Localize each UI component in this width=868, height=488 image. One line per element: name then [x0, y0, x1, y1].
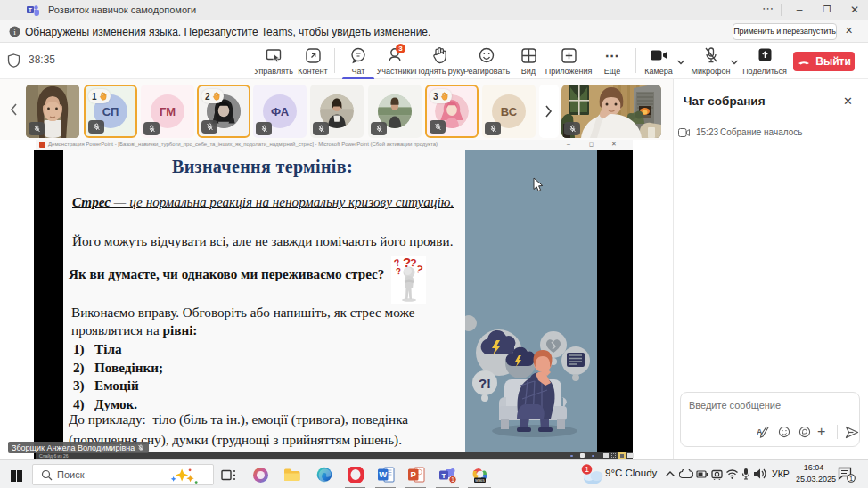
svg-text:T: T	[442, 471, 446, 479]
svg-text:1: 1	[585, 465, 589, 474]
svg-text:P: P	[410, 469, 416, 479]
svg-text:?!: ?!	[479, 376, 491, 391]
svg-text:1: 1	[451, 476, 454, 483]
svg-text:A: A	[757, 427, 763, 436]
svg-text:W: W	[379, 469, 387, 479]
svg-text:1: 1	[849, 475, 853, 483]
svg-text:M365: M365	[475, 477, 485, 482]
svg-text:?: ?	[395, 266, 402, 277]
svg-text:T: T	[29, 7, 33, 13]
